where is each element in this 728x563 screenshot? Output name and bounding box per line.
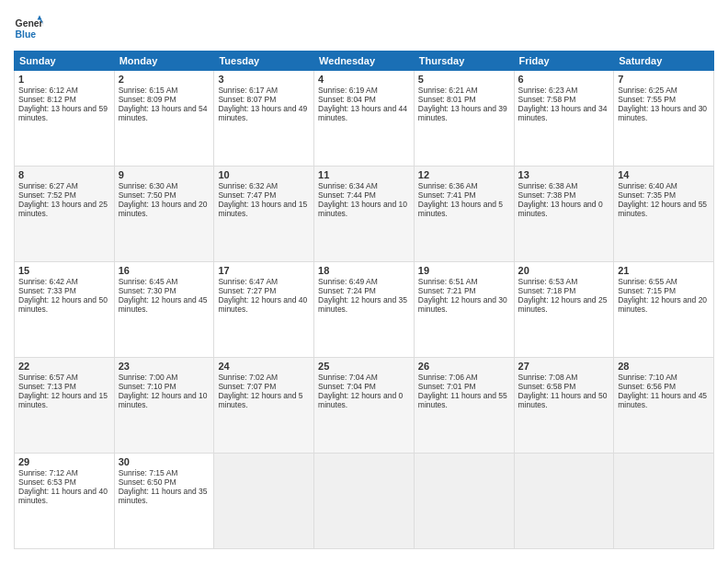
- sunrise-text: Sunrise: 7:02 AM: [218, 373, 310, 382]
- sunrise-text: Sunrise: 6:57 AM: [18, 373, 110, 382]
- calendar-cell: [314, 454, 415, 549]
- daylight-text: Daylight: 13 hours and 34 minutes.: [518, 104, 610, 122]
- day-number: 21: [618, 265, 710, 276]
- sunset-text: Sunset: 7:24 PM: [318, 286, 410, 295]
- sunrise-text: Sunrise: 6:32 AM: [218, 181, 310, 190]
- daylight-text: Daylight: 12 hours and 35 minutes.: [318, 295, 410, 314]
- sunset-text: Sunset: 6:50 PM: [119, 477, 210, 487]
- calendar-cell: 19Sunrise: 6:51 AMSunset: 7:21 PMDayligh…: [414, 262, 514, 358]
- daylight-text: Daylight: 11 hours and 35 minutes.: [119, 487, 210, 505]
- calendar-cell: 21Sunrise: 6:55 AMSunset: 7:15 PMDayligh…: [614, 262, 714, 358]
- daylight-text: Daylight: 13 hours and 59 minutes.: [18, 104, 110, 122]
- sunrise-text: Sunrise: 6:30 AM: [119, 181, 210, 190]
- day-number: 22: [18, 361, 110, 372]
- sunrise-text: Sunrise: 6:27 AM: [18, 181, 110, 190]
- sunrise-text: Sunrise: 7:12 AM: [18, 468, 110, 477]
- sunset-text: Sunset: 7:41 PM: [418, 190, 510, 200]
- calendar-cell: 5Sunrise: 6:21 AMSunset: 8:01 PMDaylight…: [414, 71, 514, 167]
- weekday-header: Saturday: [614, 52, 714, 71]
- daylight-text: Daylight: 13 hours and 39 minutes.: [418, 104, 510, 122]
- calendar-cell: 13Sunrise: 6:38 AMSunset: 7:38 PMDayligh…: [514, 167, 614, 262]
- calendar-week-row: 29Sunrise: 7:12 AMSunset: 6:53 PMDayligh…: [15, 454, 714, 549]
- day-number: 8: [18, 169, 110, 180]
- sunrise-text: Sunrise: 6:38 AM: [518, 181, 610, 190]
- sunset-text: Sunset: 7:04 PM: [318, 382, 410, 391]
- sunset-text: Sunset: 7:21 PM: [418, 286, 510, 295]
- sunrise-text: Sunrise: 6:45 AM: [119, 277, 210, 286]
- daylight-text: Daylight: 12 hours and 20 minutes.: [618, 295, 710, 314]
- sunrise-text: Sunrise: 6:42 AM: [18, 277, 110, 286]
- daylight-text: Daylight: 13 hours and 20 minutes.: [119, 200, 210, 218]
- page: General Blue SundayMondayTuesdayWednesda…: [0, 0, 728, 563]
- day-number: 23: [119, 361, 210, 372]
- sunset-text: Sunset: 7:55 PM: [618, 95, 710, 104]
- weekday-header: Monday: [114, 52, 214, 71]
- daylight-text: Daylight: 13 hours and 0 minutes.: [518, 200, 610, 218]
- sunrise-text: Sunrise: 7:04 AM: [318, 373, 410, 382]
- calendar-cell: 26Sunrise: 7:06 AMSunset: 7:01 PMDayligh…: [414, 358, 514, 454]
- calendar-cell: 29Sunrise: 7:12 AMSunset: 6:53 PMDayligh…: [15, 454, 115, 549]
- calendar-cell: 9Sunrise: 6:30 AMSunset: 7:50 PMDaylight…: [114, 167, 214, 262]
- weekday-header: Wednesday: [314, 52, 415, 71]
- calendar-cell: 24Sunrise: 7:02 AMSunset: 7:07 PMDayligh…: [214, 358, 314, 454]
- day-number: 19: [418, 265, 510, 276]
- day-number: 13: [518, 169, 610, 180]
- calendar-week-row: 15Sunrise: 6:42 AMSunset: 7:33 PMDayligh…: [15, 262, 714, 358]
- day-number: 14: [618, 169, 710, 180]
- sunset-text: Sunset: 8:12 PM: [18, 95, 110, 104]
- sunset-text: Sunset: 8:04 PM: [318, 95, 410, 104]
- day-number: 6: [518, 74, 610, 85]
- calendar-cell: 23Sunrise: 7:00 AMSunset: 7:10 PMDayligh…: [114, 358, 214, 454]
- daylight-text: Daylight: 13 hours and 10 minutes.: [318, 200, 410, 218]
- weekday-header: Tuesday: [214, 52, 314, 71]
- sunset-text: Sunset: 7:52 PM: [18, 190, 110, 200]
- sunset-text: Sunset: 6:56 PM: [618, 382, 710, 391]
- calendar-cell: 15Sunrise: 6:42 AMSunset: 7:33 PMDayligh…: [15, 262, 115, 358]
- svg-marker-2: [38, 16, 42, 20]
- sunset-text: Sunset: 7:44 PM: [318, 190, 410, 200]
- day-number: 26: [418, 361, 510, 372]
- sunset-text: Sunset: 7:18 PM: [518, 286, 610, 295]
- daylight-text: Daylight: 13 hours and 54 minutes.: [119, 104, 210, 122]
- calendar-cell: 30Sunrise: 7:15 AMSunset: 6:50 PMDayligh…: [114, 454, 214, 549]
- daylight-text: Daylight: 12 hours and 25 minutes.: [518, 295, 610, 314]
- day-number: 10: [218, 169, 310, 180]
- svg-text:General: General: [16, 18, 43, 29]
- day-number: 29: [18, 456, 110, 467]
- calendar-week-row: 1Sunrise: 6:12 AMSunset: 8:12 PMDaylight…: [15, 71, 714, 167]
- logo-icon: General Blue: [14, 14, 43, 43]
- day-number: 1: [18, 74, 110, 85]
- calendar-cell: 16Sunrise: 6:45 AMSunset: 7:30 PMDayligh…: [114, 262, 214, 358]
- sunset-text: Sunset: 7:10 PM: [119, 382, 210, 391]
- sunrise-text: Sunrise: 6:40 AM: [618, 181, 710, 190]
- calendar-cell: 2Sunrise: 6:15 AMSunset: 8:09 PMDaylight…: [114, 71, 214, 167]
- daylight-text: Daylight: 12 hours and 40 minutes.: [218, 295, 310, 314]
- sunrise-text: Sunrise: 7:06 AM: [418, 373, 510, 382]
- svg-text:Blue: Blue: [16, 29, 37, 40]
- sunset-text: Sunset: 8:09 PM: [119, 95, 210, 104]
- sunrise-text: Sunrise: 6:49 AM: [318, 277, 410, 286]
- calendar-cell: [414, 454, 514, 549]
- sunset-text: Sunset: 8:07 PM: [218, 95, 310, 104]
- day-number: 25: [318, 361, 410, 372]
- calendar-cell: 28Sunrise: 7:10 AMSunset: 6:56 PMDayligh…: [614, 358, 714, 454]
- calendar-cell: [514, 454, 614, 549]
- sunrise-text: Sunrise: 7:08 AM: [518, 373, 610, 382]
- sunrise-text: Sunrise: 6:34 AM: [318, 181, 410, 190]
- weekday-header: Friday: [514, 52, 614, 71]
- sunrise-text: Sunrise: 6:23 AM: [518, 86, 610, 95]
- daylight-text: Daylight: 12 hours and 10 minutes.: [119, 391, 210, 409]
- day-number: 30: [119, 456, 210, 467]
- daylight-text: Daylight: 13 hours and 15 minutes.: [218, 200, 310, 218]
- day-number: 4: [318, 74, 410, 85]
- sunset-text: Sunset: 7:38 PM: [518, 190, 610, 200]
- daylight-text: Daylight: 11 hours and 50 minutes.: [518, 391, 610, 409]
- daylight-text: Daylight: 12 hours and 50 minutes.: [18, 295, 110, 314]
- day-number: 15: [18, 265, 110, 276]
- daylight-text: Daylight: 11 hours and 40 minutes.: [18, 487, 110, 505]
- weekday-header: Thursday: [414, 52, 514, 71]
- daylight-text: Daylight: 12 hours and 45 minutes.: [119, 295, 210, 314]
- sunrise-text: Sunrise: 6:51 AM: [418, 277, 510, 286]
- sunset-text: Sunset: 7:07 PM: [218, 382, 310, 391]
- sunset-text: Sunset: 6:58 PM: [518, 382, 610, 391]
